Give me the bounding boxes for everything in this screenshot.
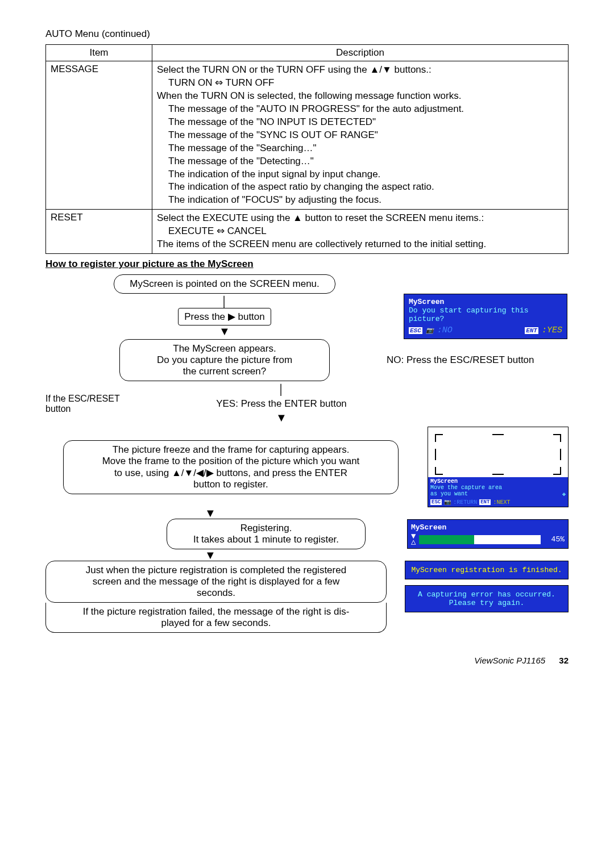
progress-bar xyxy=(419,535,541,544)
dialog-myscreen: MyScreen Do you start capturing this pic… xyxy=(404,294,567,339)
move-icon: ✥ xyxy=(562,491,566,498)
progress-percent: 45% xyxy=(544,535,565,544)
desc-line: The message of the "Detecting…" xyxy=(157,155,563,168)
esc-reset-label: If the ESC/RESET button xyxy=(45,394,148,414)
section-title: How to register your picture as the MySc… xyxy=(45,258,569,270)
yes-branch-label: YES: Press the ENTER button xyxy=(210,396,352,412)
flowchart: MyScreen is pointed on the SCREEN menu. … xyxy=(45,274,569,633)
flow-box-start: MyScreen is pointed on the SCREEN menu. xyxy=(114,274,335,294)
arrow-down-icon: │ xyxy=(278,386,285,395)
table-row: RESET Select the EXECUTE using the ▲ but… xyxy=(46,210,569,254)
desc-line: The message of the "NO INPUT IS DETECTED… xyxy=(157,116,563,129)
flow-box-error: If the picture registration failed, the … xyxy=(45,603,387,633)
desc-line: The indication of "FOCUS" by adjusting t… xyxy=(157,194,563,207)
flow-text: Do you capture the picture from xyxy=(128,354,321,366)
progress-dialog: MyScreen ▼△ 45% xyxy=(407,519,569,549)
flow-box-register: Registering. It takes about 1 minute to … xyxy=(167,519,366,549)
arrow-down-icon: │ xyxy=(221,298,229,307)
item-cell: MESSAGE xyxy=(46,61,152,210)
next-label: :NEXT xyxy=(493,499,510,506)
desc-line: When the TURN ON is selected, the follow… xyxy=(157,90,563,103)
flow-label: Press the ▶ button xyxy=(178,308,271,326)
flow-text: played for a few seconds. xyxy=(54,617,378,629)
err-line: A capturing error has occurred. xyxy=(410,590,563,599)
arrow-down-icon: ▼ xyxy=(219,327,230,336)
product-name: ViewSonic PJ1165 xyxy=(474,656,545,665)
msg-finished: MyScreen registration is finished. xyxy=(405,561,569,579)
col-desc: Description xyxy=(152,45,569,61)
flow-text: Registering. xyxy=(175,523,357,534)
dialog-msg: Do you start capturing this picture? xyxy=(409,306,562,323)
arrow-down-icon: ▼ xyxy=(276,413,287,422)
err-line: Please try again. xyxy=(410,599,563,607)
flow-text: Move the frame to the position of the pi… xyxy=(72,456,390,467)
flow-text: screen and the message of the right is d… xyxy=(54,576,378,587)
dialog-title: MyScreen xyxy=(409,298,562,306)
no-label: :NO xyxy=(437,326,453,335)
capture-area-preview: MyScreen Move the capture area as you wa… xyxy=(428,427,569,507)
capture-msg: as you want xyxy=(430,491,468,498)
flow-text: The MyScreen appears. xyxy=(128,343,321,354)
desc-line: The indication of the aspect ratio by ch… xyxy=(157,181,563,194)
desc-line: The indication of the input signal by in… xyxy=(157,168,563,181)
yes-label: :YES xyxy=(542,326,562,335)
flow-text: the current screen? xyxy=(128,366,321,377)
desc-line: The items of the SCREEN menu are collect… xyxy=(157,238,563,251)
capture-msg: Move the capture area xyxy=(430,485,566,491)
msg-error: A capturing error has occurred. Please t… xyxy=(405,585,569,612)
item-cell: RESET xyxy=(46,210,152,254)
progress-title: MyScreen xyxy=(411,523,565,532)
desc-line: The message of the "AUTO IN PROGRESS" fo… xyxy=(157,103,563,116)
arrows-icon: ▼△ xyxy=(411,534,416,545)
desc-line: The message of the "Searching…" xyxy=(157,142,563,155)
arrow-down-icon: ▼ xyxy=(205,508,569,518)
desc-line: Select the EXECUTE using the ▲ button to… xyxy=(157,212,563,225)
desc-cell: Select the TURN ON or the TURN OFF using… xyxy=(152,61,569,210)
ent-chip: ENT xyxy=(479,499,491,505)
desc-line: Select the TURN ON or the TURN OFF using… xyxy=(157,64,563,77)
desc-line: TURN ON ⇔ TURN OFF xyxy=(157,77,563,90)
no-branch-label: NO: Press the ESC/RESET button xyxy=(381,354,569,366)
table-row: MESSAGE Select the TURN ON or the TURN O… xyxy=(46,61,569,210)
esc-chip: ESC xyxy=(430,499,442,505)
esc-text: button xyxy=(45,404,148,414)
section-continued: AUTO Menu (continued) xyxy=(45,28,569,40)
flow-text: The picture freeze and the frame for cap… xyxy=(72,444,390,456)
flow-box-myscreen: The MyScreen appears. Do you capture the… xyxy=(119,339,330,381)
flow-text: seconds. xyxy=(54,587,378,599)
return-label: :RETURN xyxy=(453,499,477,506)
flow-text: to use, using ▲/▼/◀/▶ buttons, and press… xyxy=(72,467,390,479)
flow-text: If the picture registration failed, the … xyxy=(54,606,378,617)
flow-text: Just when the picture registration is co… xyxy=(54,565,378,576)
desc-cell: Select the EXECUTE using the ▲ button to… xyxy=(152,210,569,254)
col-item: Item xyxy=(46,45,152,61)
page-footer: ViewSonic PJ1165 32 xyxy=(45,656,569,665)
menu-table: Item Description MESSAGE Select the TURN… xyxy=(45,44,569,254)
flow-box-complete: Just when the picture registration is co… xyxy=(45,561,387,603)
esc-chip: ESC xyxy=(409,327,422,334)
esc-text: If the ESC/RESET xyxy=(45,394,148,404)
arrow-down-icon: ▼ xyxy=(205,550,569,560)
flow-box-capture: The picture freeze and the frame for cap… xyxy=(63,440,399,494)
desc-line: EXECUTE ⇔ CANCEL xyxy=(157,225,563,238)
flow-text: button to register. xyxy=(72,479,390,490)
flow-text: It takes about 1 minute to register. xyxy=(175,534,357,545)
capture-title: MyScreen xyxy=(430,478,566,485)
desc-line: The message of the "SYNC IS OUT OF RANGE… xyxy=(157,129,563,142)
page-number: 32 xyxy=(559,656,569,665)
ent-chip: ENT xyxy=(525,327,538,334)
